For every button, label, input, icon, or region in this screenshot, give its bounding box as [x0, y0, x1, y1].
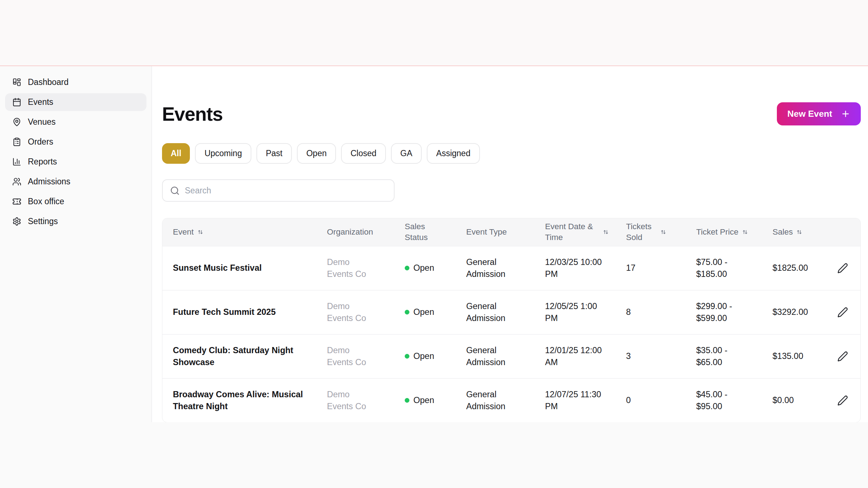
- table-row[interactable]: Comedy Club: Saturday Night Showcase Dem…: [162, 334, 861, 378]
- event-datetime: 12/05/25 1:00 PM: [541, 290, 622, 334]
- column-header-organization: Organization: [323, 218, 401, 246]
- event-type: General Admission: [463, 290, 541, 334]
- tickets-sold: 3: [622, 334, 693, 378]
- tickets-sold: 8: [622, 290, 693, 334]
- page-title: Events: [162, 103, 223, 125]
- sidebar-item-label: Box office: [28, 197, 64, 206]
- table-header-row: Event Organization Sales Status Event Ty…: [162, 218, 861, 246]
- filter-pill-ga[interactable]: GA: [391, 143, 422, 164]
- sidebar-item-label: Settings: [28, 217, 58, 226]
- column-header-event[interactable]: Event: [162, 218, 323, 246]
- bar-chart-icon: [12, 157, 21, 166]
- sidebar-item-venues[interactable]: Venues: [5, 113, 146, 131]
- sales-status: Open: [401, 378, 463, 422]
- filter-bar: All Upcoming Past Open Closed GA Assigne…: [162, 143, 861, 164]
- sales-total: $1825.00: [769, 246, 825, 290]
- column-header-sales-status: Sales Status: [401, 218, 463, 246]
- main-content: Events New Event All Upcoming Past Open …: [152, 66, 868, 422]
- ticket-price: $75.00 - $185.00: [693, 246, 769, 290]
- sales-status: Open: [401, 290, 463, 334]
- filter-pill-open[interactable]: Open: [297, 143, 336, 164]
- search-icon: [170, 186, 180, 196]
- actions-cell: [825, 334, 861, 378]
- filter-pill-past[interactable]: Past: [256, 143, 292, 164]
- map-pin-icon: [12, 117, 21, 127]
- sort-icon: [197, 229, 204, 235]
- organization: Demo Events Co: [323, 334, 401, 378]
- search-box[interactable]: [162, 179, 395, 202]
- app-frame: Dashboard Events Venues Orders Reports A…: [0, 66, 868, 422]
- table-row[interactable]: Broadway Comes Alive: Musical Theatre Ni…: [162, 378, 861, 422]
- event-type: General Admission: [463, 334, 541, 378]
- organization: Demo Events Co: [323, 246, 401, 290]
- gear-icon: [12, 217, 21, 226]
- event-name: Future Tech Summit 2025: [162, 290, 323, 334]
- column-header-event-type: Event Type: [463, 218, 541, 246]
- sort-icon: [742, 229, 748, 235]
- status-label: Open: [413, 262, 434, 274]
- clipboard-list-icon: [12, 137, 21, 146]
- dashboard-grid-icon: [12, 78, 21, 87]
- column-header-tickets-sold[interactable]: Tickets Sold: [622, 218, 693, 246]
- event-datetime: 12/03/25 10:00 PM: [541, 246, 622, 290]
- sidebar: Dashboard Events Venues Orders Reports A…: [0, 66, 152, 422]
- organization: Demo Events Co: [323, 290, 401, 334]
- sidebar-item-dashboard[interactable]: Dashboard: [5, 73, 146, 91]
- table-row[interactable]: Future Tech Summit 2025 Demo Events Co O…: [162, 290, 861, 334]
- status-dot-icon: [405, 398, 409, 403]
- organization: Demo Events Co: [323, 378, 401, 422]
- pencil-icon: [837, 351, 848, 362]
- column-header-sales[interactable]: Sales: [769, 218, 825, 246]
- actions-cell: [825, 290, 861, 334]
- event-type: General Admission: [463, 378, 541, 422]
- search-input[interactable]: [185, 186, 387, 196]
- sales-status: Open: [401, 246, 463, 290]
- sales-total: $3292.00: [769, 290, 825, 334]
- ticket-icon: [12, 197, 21, 206]
- sort-icon: [660, 229, 667, 235]
- sidebar-item-label: Dashboard: [28, 77, 69, 87]
- tickets-sold: 17: [622, 246, 693, 290]
- new-event-button[interactable]: New Event: [777, 102, 861, 125]
- sidebar-item-label: Reports: [28, 157, 57, 167]
- column-header-ticket-price[interactable]: Ticket Price: [693, 218, 769, 246]
- status-dot-icon: [405, 266, 409, 270]
- edit-event-button[interactable]: [833, 302, 853, 322]
- users-icon: [12, 177, 21, 186]
- event-name: Comedy Club: Saturday Night Showcase: [162, 334, 323, 378]
- filter-pill-closed[interactable]: Closed: [341, 143, 386, 164]
- ticket-price: $35.00 - $65.00: [693, 334, 769, 378]
- filter-pill-upcoming[interactable]: Upcoming: [195, 143, 251, 164]
- event-datetime: 12/07/25 11:30 PM: [541, 378, 622, 422]
- sales-total: $0.00: [769, 378, 825, 422]
- plus-icon: [841, 109, 850, 119]
- filter-pill-all[interactable]: All: [162, 143, 190, 164]
- sort-icon: [603, 229, 609, 235]
- status-label: Open: [413, 394, 434, 406]
- edit-event-button[interactable]: [833, 258, 853, 278]
- event-datetime: 12/01/25 12:00 AM: [541, 334, 622, 378]
- sidebar-item-box-office[interactable]: Box office: [5, 193, 146, 210]
- sidebar-item-settings[interactable]: Settings: [5, 213, 146, 230]
- filter-pill-assigned[interactable]: Assigned: [427, 143, 480, 164]
- event-name: Sunset Music Festival: [162, 246, 323, 290]
- edit-event-button[interactable]: [833, 390, 853, 411]
- sidebar-item-label: Venues: [28, 117, 56, 127]
- sidebar-item-label: Events: [28, 97, 53, 107]
- table-row[interactable]: Sunset Music Festival Demo Events Co Ope…: [162, 246, 861, 290]
- calendar-icon: [12, 98, 21, 107]
- sidebar-item-admissions[interactable]: Admissions: [5, 173, 146, 191]
- top-band: [0, 0, 868, 66]
- column-header-event-date[interactable]: Event Date & Time: [541, 218, 622, 246]
- sidebar-item-events[interactable]: Events: [5, 93, 146, 111]
- sort-icon: [796, 229, 803, 235]
- sidebar-item-reports[interactable]: Reports: [5, 153, 146, 171]
- status-label: Open: [413, 306, 434, 318]
- edit-event-button[interactable]: [833, 346, 853, 367]
- sidebar-item-orders[interactable]: Orders: [5, 133, 146, 151]
- event-type: General Admission: [463, 246, 541, 290]
- actions-cell: [825, 246, 861, 290]
- status-dot-icon: [405, 354, 409, 359]
- pencil-icon: [837, 307, 848, 318]
- ticket-price: $45.00 - $95.00: [693, 378, 769, 422]
